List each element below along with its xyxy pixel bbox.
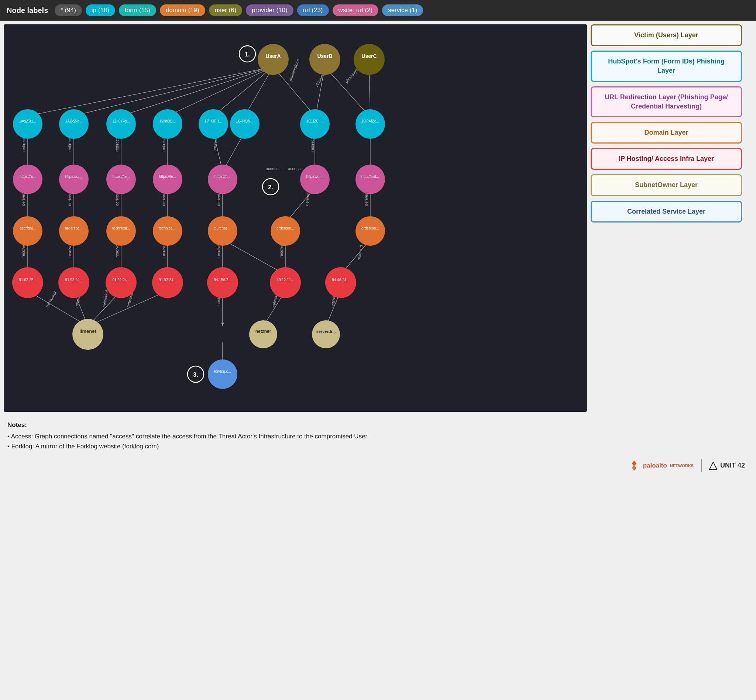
node-url-7[interactable] [355, 164, 385, 194]
unit42-logo: UNIT 42 [709, 462, 745, 470]
svg-text:91.92.24...: 91.92.24... [65, 278, 82, 282]
svg-text:derived: derived [161, 193, 166, 206]
svg-text:access: access [288, 166, 301, 171]
badge-provider[interactable]: provider (10) [246, 5, 293, 16]
unit42-icon [709, 462, 717, 470]
svg-text:limenet: limenet [79, 328, 96, 334]
svg-text:redirect: redirect [67, 138, 72, 152]
svg-text:ordercon...: ordercon... [362, 226, 379, 230]
badge-ip[interactable]: ip (18) [86, 5, 115, 16]
node-domain-1[interactable] [13, 216, 42, 246]
node-ip-5[interactable] [207, 267, 238, 298]
svg-text:1wg25r1...: 1wg25r1... [19, 119, 36, 123]
svg-text:technical...: technical... [159, 226, 177, 230]
svg-text:derived: derived [21, 193, 25, 206]
node-ip-1[interactable] [12, 267, 43, 298]
node-url-6[interactable] [300, 164, 330, 194]
graph-svg: phishingform phishingform phishingform r… [4, 24, 587, 412]
paloalto-logo: paloalto NETWORKS [628, 460, 693, 472]
node-userB[interactable] [309, 44, 340, 75]
node-provider-limenet[interactable] [72, 319, 103, 350]
svg-text:https://te...: https://te... [113, 175, 130, 178]
node-service-forklog[interactable] [208, 359, 237, 389]
node-form-8[interactable] [355, 109, 385, 139]
node-domain-3[interactable] [106, 216, 136, 246]
svg-text:access: access [266, 166, 279, 171]
svg-text:derived: derived [305, 192, 310, 206]
svg-line-10 [325, 67, 369, 116]
notes-section: Notes: • Access: Graph connections named… [0, 416, 756, 456]
node-url-3[interactable] [106, 164, 136, 194]
node-form-1[interactable] [13, 109, 42, 139]
node-form-2[interactable] [59, 109, 89, 139]
node-provider-hetzner[interactable] [249, 320, 277, 348]
node-url-2[interactable] [59, 164, 89, 194]
svg-line-4 [167, 67, 273, 116]
node-ip-2[interactable] [58, 267, 89, 298]
svg-text:12-j0Y4s...: 12-j0Y4s... [112, 119, 130, 123]
node-ip-3[interactable] [106, 267, 136, 298]
svg-text:1P_6IFH...: 1P_6IFH... [205, 119, 222, 123]
node-ip-6[interactable] [270, 267, 301, 298]
svg-text:networkof: networkof [45, 291, 58, 308]
node-form-4[interactable] [153, 109, 182, 139]
svg-text:derived: derived [67, 193, 72, 206]
graph-container: phishingform phishingform phishingform r… [4, 24, 587, 412]
legend-ip-layer: IP Hosting/ Access Infra Layer [591, 148, 742, 170]
node-form-5[interactable] [199, 109, 228, 139]
legend-url-layer: URL Redirection Layer (Phishing Page/ Cr… [591, 86, 742, 117]
legend-subnet-layer: SubnetOwner Layer [591, 174, 742, 196]
badge-url[interactable]: url (23) [297, 5, 329, 16]
node-url-5[interactable] [208, 164, 237, 194]
svg-text:91.92.24...: 91.92.24... [112, 278, 130, 282]
badge-all[interactable]: * (94) [55, 5, 82, 16]
svg-text:phishingform: phishingform [288, 58, 301, 81]
svg-text:49.12.11...: 49.12.11... [277, 278, 294, 282]
node-userA[interactable] [258, 44, 289, 75]
node-domain-6[interactable] [271, 216, 300, 246]
node-provider-serverdr[interactable] [312, 320, 340, 348]
badge-wsite-url[interactable]: wsite_url (2) [333, 5, 379, 16]
node-ip-7[interactable] [325, 267, 356, 298]
svg-text:resolved: resolved [356, 245, 363, 261]
node-domain-7[interactable] [355, 216, 385, 246]
svg-text:UserA: UserA [265, 53, 280, 59]
node-labels-bar: Node labels * (94) ip (18) form (15) dom… [0, 0, 756, 21]
node-form-6[interactable] [230, 109, 260, 139]
node-url-1[interactable] [13, 164, 42, 194]
badge-user[interactable]: user (6) [209, 5, 243, 16]
svg-marker-114 [632, 465, 636, 471]
svg-text:1.: 1. [245, 51, 250, 58]
svg-text:1vNr8tB...: 1vNr8tB... [160, 119, 176, 123]
svg-text:94.156.7...: 94.156.7... [214, 278, 231, 282]
node-domain-4[interactable] [153, 216, 182, 246]
node-url-4[interactable] [153, 164, 182, 194]
node-domain-5[interactable] [208, 216, 237, 246]
legend-victim-layer: Victim (Users) Layer [591, 24, 742, 46]
svg-text:UserC: UserC [362, 53, 377, 59]
notes-title: Notes: [7, 420, 749, 430]
legend-panel: Victim (Users) Layer HubSpot's Form (For… [591, 21, 746, 416]
node-userC[interactable] [354, 44, 385, 75]
svg-text:asdrfghj...: asdrfghj... [20, 226, 36, 230]
badge-form[interactable]: form (15) [119, 5, 156, 16]
svg-text:ordercon...: ordercon... [277, 226, 294, 230]
node-form-3[interactable] [106, 109, 136, 139]
svg-text:purchas...: purchas... [214, 226, 231, 230]
svg-text:1QPAfZc...: 1QPAfZc... [362, 119, 379, 123]
svg-text:derived: derived [115, 193, 119, 206]
node-domain-2[interactable] [59, 216, 89, 246]
legend-hubspot-layer: HubSpot's Form (Form IDs) Phishing Layer [591, 50, 742, 81]
svg-text:technical...: technical... [112, 226, 130, 230]
svg-text:UserB: UserB [317, 53, 332, 59]
svg-text:3.: 3. [193, 372, 198, 378]
badge-service[interactable]: service (1) [382, 5, 423, 16]
footer-divider [701, 459, 702, 472]
node-ip-4[interactable] [152, 267, 183, 298]
badge-domain[interactable]: domain (19) [160, 5, 205, 16]
svg-text:orderspe...: orderspe... [65, 226, 83, 230]
legend-correlated-layer: Correlated Service Layer [591, 201, 742, 222]
svg-text:94.46.24...: 94.46.24... [332, 278, 349, 282]
legend-domain-layer: Domain Layer [591, 122, 742, 144]
node-form-7[interactable] [300, 109, 330, 139]
